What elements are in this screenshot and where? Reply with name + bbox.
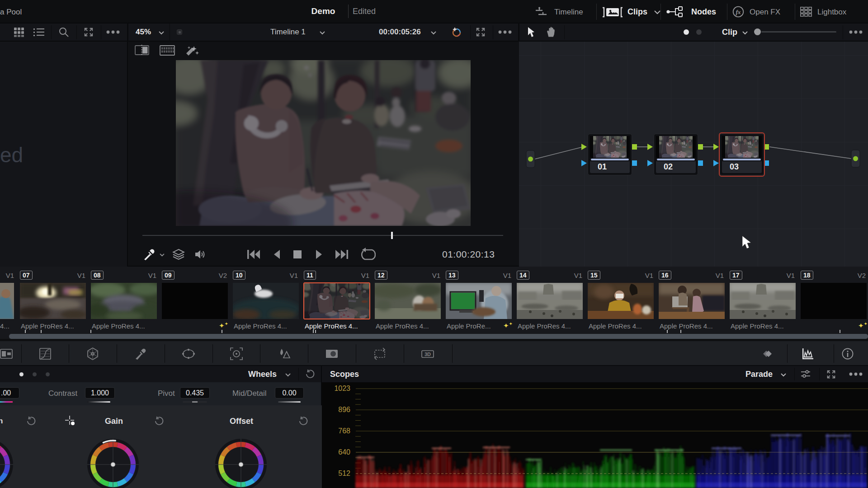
svg-text:fx: fx [736, 9, 741, 15]
svg-text:3D: 3D [425, 352, 431, 357]
